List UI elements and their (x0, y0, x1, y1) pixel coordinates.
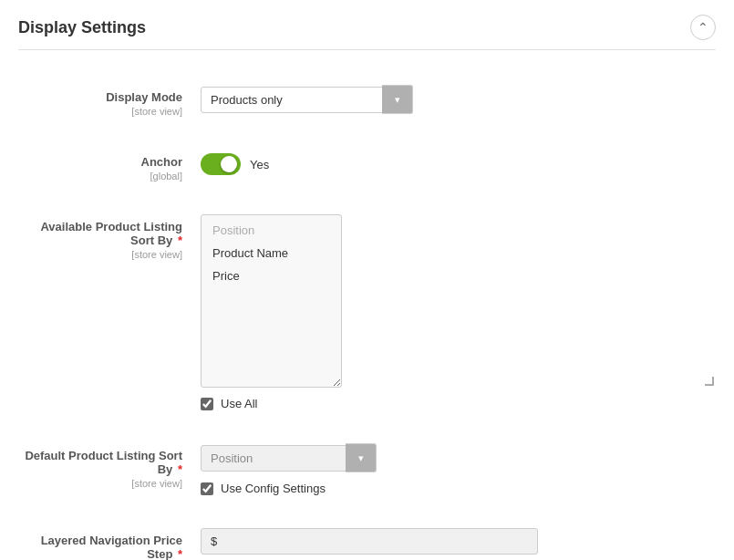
default-sort-row: Default Product Listing Sort By * [store… (18, 436, 716, 503)
sort-option-price[interactable]: Price (205, 264, 337, 287)
anchor-toggle-container: Yes (201, 150, 716, 175)
sort-option-product-name[interactable]: Product Name (205, 242, 337, 264)
default-sort-use-config-row: Use Config Settings (201, 482, 716, 495)
multi-select-placeholder: Position (205, 219, 337, 242)
display-mode-label: Display Mode [store view] (18, 85, 201, 117)
display-mode-select[interactable]: Products only Static block only Static b… (201, 87, 383, 113)
anchor-label: Anchor [global] (18, 150, 201, 181)
toggle-slider (201, 153, 241, 175)
chevron-up-icon: ⌃ (698, 20, 708, 35)
page-container: Display Settings ⌃ Display Mode [store v… (0, 0, 734, 560)
display-mode-control: Products only Static block only Static b… (201, 85, 716, 114)
default-sort-dropdown-arrow[interactable]: ▾ (346, 443, 377, 472)
default-sort-control: Position Product Name Price ▾ Use Config… (201, 443, 716, 495)
display-mode-dropdown-arrow[interactable]: ▾ (382, 85, 413, 114)
page-title: Display Settings (18, 18, 146, 37)
multi-select-wrapper: Position Product Name Price (201, 214, 716, 388)
available-sort-required: * (174, 233, 182, 247)
anchor-row: Anchor [global] Yes (18, 142, 716, 189)
use-all-checkbox[interactable] (201, 398, 213, 410)
available-sort-control: Position Product Name Price Use All (201, 214, 716, 410)
default-sort-required: * (174, 462, 182, 476)
layered-price-input[interactable] (201, 528, 538, 555)
available-sort-row: Available Product Listing Sort By * [sto… (18, 207, 716, 418)
default-sort-use-config-checkbox[interactable] (201, 482, 213, 495)
use-all-label: Use All (221, 397, 257, 410)
use-all-row: Use All (201, 397, 716, 410)
available-sort-label: Available Product Listing Sort By * [sto… (18, 214, 201, 260)
layered-price-label: Layered Navigation Price Step * [store v… (18, 528, 201, 560)
anchor-toggle-label: Yes (250, 158, 269, 171)
layered-price-required: * (174, 547, 182, 560)
default-sort-label: Default Product Listing Sort By * [store… (18, 443, 201, 489)
display-mode-row: Display Mode [store view] Products only … (18, 78, 716, 124)
collapse-button[interactable]: ⌃ (690, 15, 716, 40)
layered-price-control: Use Config Settings (201, 528, 716, 560)
anchor-toggle[interactable] (201, 153, 241, 175)
default-sort-use-config-label: Use Config Settings (221, 482, 326, 495)
page-header: Display Settings ⌃ (18, 15, 716, 50)
default-sort-select-container: Position Product Name Price ▾ (201, 443, 716, 472)
anchor-control: Yes (201, 150, 716, 175)
available-sort-multiselect[interactable]: Position Product Name Price (201, 214, 342, 388)
display-settings-form: Display Mode [store view] Products only … (18, 68, 716, 560)
layered-price-row: Layered Navigation Price Step * [store v… (18, 521, 716, 560)
display-mode-select-container: Products only Static block only Static b… (201, 85, 716, 114)
default-sort-select[interactable]: Position Product Name Price (201, 445, 346, 472)
